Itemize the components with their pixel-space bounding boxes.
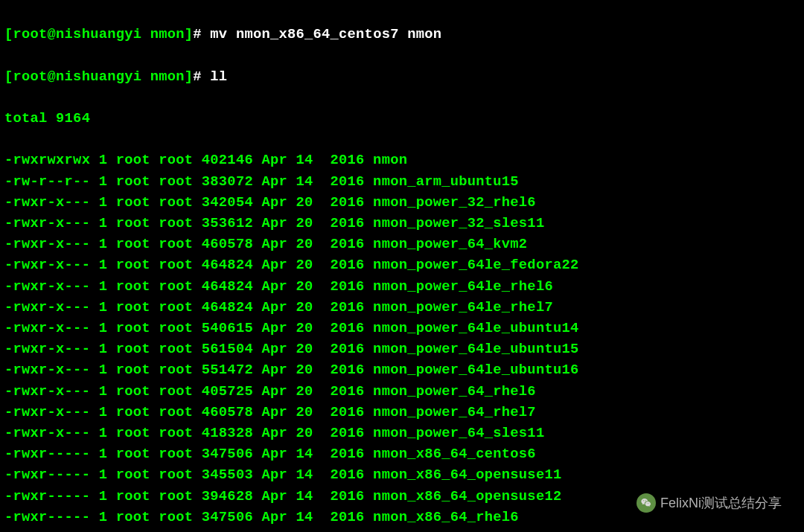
command-line-1: [root@nishuangyi nmon]# mv nmon_x86_64_c… <box>4 24 800 45</box>
prompt-userhost: [root@nishuangyi nmon] <box>4 26 193 42</box>
watermark-text: FelixNi测试总结分享 <box>660 494 782 512</box>
prompt-symbol: # <box>193 26 210 42</box>
file-listing: -rwxrwxrwx 1 root root 402146 Apr 14 201… <box>4 150 800 532</box>
terminal-output[interactable]: [root@nishuangyi nmon]# mv nmon_x86_64_c… <box>0 0 804 532</box>
command-line-2: [root@nishuangyi nmon]# ll <box>4 66 800 87</box>
wechat-icon <box>636 493 656 513</box>
prompt-userhost: [root@nishuangyi nmon] <box>4 68 193 85</box>
total-line: total 9164 <box>4 108 800 129</box>
command-text: mv nmon_x86_64_centos7 nmon <box>210 26 441 42</box>
prompt-symbol: # <box>193 68 210 85</box>
command-text: ll <box>210 68 227 85</box>
watermark: FelixNi测试总结分享 <box>636 493 782 513</box>
